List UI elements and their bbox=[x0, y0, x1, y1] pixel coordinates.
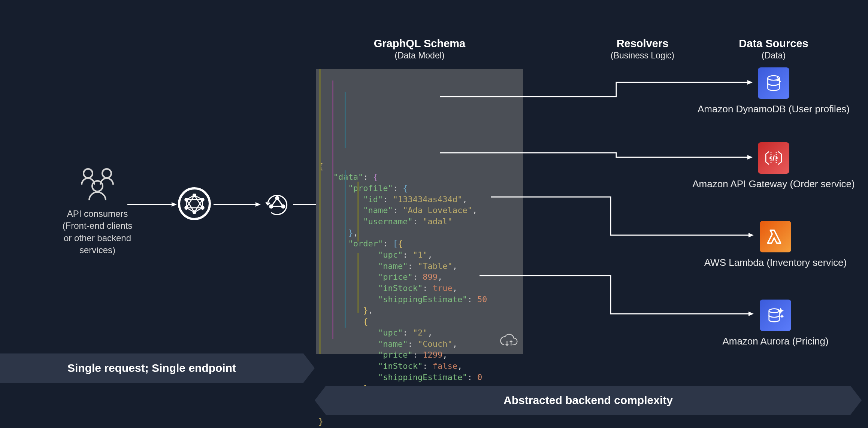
banner-abstracted-complexity: Abstracted backend complexity bbox=[326, 386, 850, 415]
lambda-icon bbox=[760, 221, 791, 252]
schema-title: GraphQL Schema bbox=[360, 37, 480, 50]
svg-point-8 bbox=[201, 206, 204, 209]
svg-point-2 bbox=[92, 181, 103, 191]
svg-marker-17 bbox=[172, 202, 177, 207]
datasources-header: Data Sources (Data) bbox=[725, 37, 822, 61]
appsync-icon bbox=[262, 189, 292, 219]
datasources-subtitle: (Data) bbox=[725, 51, 822, 61]
svg-point-6 bbox=[193, 194, 196, 197]
aurora-icon bbox=[760, 300, 791, 331]
resolvers-header: Resolvers (Business Logic) bbox=[594, 37, 691, 61]
graphql-response-code: { "data": { "profile": { "id": "133434as… bbox=[316, 69, 523, 354]
svg-point-14 bbox=[282, 205, 285, 208]
svg-point-11 bbox=[185, 198, 188, 201]
graphql-icon bbox=[178, 187, 211, 220]
cloud-upload-download-icon bbox=[498, 333, 518, 349]
resolvers-subtitle: (Business Logic) bbox=[594, 51, 691, 61]
apigateway-icon bbox=[758, 142, 789, 174]
svg-point-13 bbox=[276, 197, 279, 200]
dynamodb-icon bbox=[758, 67, 789, 99]
svg-marker-19 bbox=[255, 202, 261, 207]
svg-point-15 bbox=[270, 205, 273, 208]
datasource-aurora: Amazon Aurora (Pricing) bbox=[716, 300, 835, 347]
banner-single-request: Single request; Single endpoint bbox=[0, 353, 303, 383]
svg-point-7 bbox=[201, 198, 204, 201]
datasource-dynamodb: Amazon DynamoDB (User profiles) bbox=[697, 67, 850, 115]
svg-line-22 bbox=[773, 155, 774, 161]
svg-point-0 bbox=[84, 169, 93, 178]
svg-point-9 bbox=[193, 211, 196, 214]
svg-point-10 bbox=[185, 206, 188, 209]
schema-header: GraphQL Schema (Data Model) bbox=[360, 37, 480, 61]
datasource-apigateway: Amazon API Gateway (Order service) bbox=[689, 142, 858, 190]
datasource-lambda: AWS Lambda (Inventory service) bbox=[701, 221, 850, 268]
schema-subtitle: (Data Model) bbox=[360, 51, 480, 61]
resolvers-title: Resolvers bbox=[594, 37, 691, 50]
svg-point-1 bbox=[102, 169, 111, 178]
users-icon bbox=[71, 167, 124, 204]
datasources-title: Data Sources bbox=[725, 37, 822, 50]
consumers-label: API consumers (Front-end clients or othe… bbox=[41, 208, 154, 257]
